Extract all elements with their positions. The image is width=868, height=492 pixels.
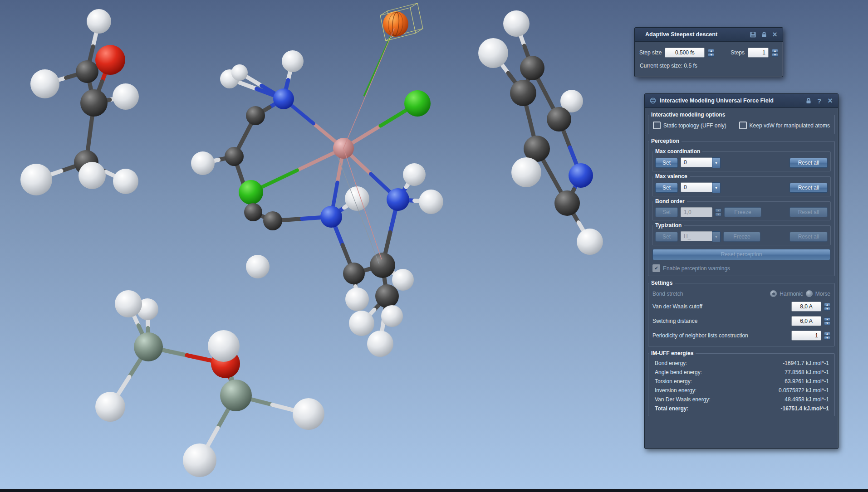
panel-imuff: Interactive Modeling Universal Force Fie… [644,93,839,449]
panel-title: Adaptive Steepest descent [645,31,717,38]
atom-C[interactable] [80,89,108,117]
group-interactive-modeling-options: Interactive modeling options Static topo… [648,115,835,134]
close-icon[interactable]: × [826,97,834,105]
atom-C[interactable] [343,263,365,284]
atom-H[interactable] [246,255,270,278]
save-icon[interactable] [749,31,757,39]
atom-H[interactable] [30,69,59,98]
atom-H[interactable] [478,38,508,68]
atom-Cl[interactable] [239,180,263,205]
atom-H[interactable] [419,190,443,214]
step-size-stepper[interactable]: ▲▼ [708,49,714,57]
lock-icon[interactable] [804,97,812,105]
energy-row: Total energy:-16751.4 kJ.mol^-1 [651,404,832,413]
atom-C[interactable] [244,203,262,221]
atom-H[interactable] [115,290,142,317]
atom-C[interactable] [520,56,544,80]
bond-order-freeze-button: Freeze [724,207,761,217]
atom-H[interactable] [113,169,138,194]
max-valence-combobox[interactable]: 0 ▼ [681,182,721,193]
help-icon[interactable]: ? [815,97,823,105]
atom-C[interactable] [510,80,536,106]
max-coordination-reset-all-button[interactable]: Reset all [790,158,828,168]
atom-C[interactable] [554,190,580,216]
group-settings: Settings Bond stretch Harmonic Morse Van… [648,283,835,346]
atom-C[interactable] [547,107,571,132]
subgroup-bond-order: Bond order Set 1,0 ▲▼ Freeze Reset all [652,201,831,220]
atom-N[interactable] [387,188,409,211]
bond-order-reset-all-button: Reset all [790,207,828,217]
keep-vdw-checkbox[interactable] [739,122,747,129]
atom-H[interactable] [191,151,215,175]
atom-C[interactable] [225,147,244,166]
atom-H[interactable] [282,50,304,72]
vdw-cutoff-input[interactable]: 8,0 A [791,302,821,312]
energy-value: -16941.7 kJ.mol^-1 [783,360,829,366]
atom-C[interactable] [263,211,282,230]
switching-distance-stepper[interactable]: ▲▼ [824,317,830,325]
max-coordination-set-button[interactable]: Set [655,158,678,168]
atom-N[interactable] [273,88,294,109]
chevron-down-icon[interactable]: ▼ [712,157,721,168]
enable-perception-warnings-checkbox [652,264,660,272]
atom-C[interactable] [76,60,98,83]
atom-H[interactable] [392,269,414,291]
max-coordination-combobox[interactable]: 0 ▼ [681,157,721,168]
periodicity-input[interactable]: 1 [791,331,821,341]
atom-H[interactable] [20,164,52,195]
energy-label: Van Der Waals energy: [655,396,711,403]
atom-Si[interactable] [134,332,163,361]
energy-value: 48.4958 kJ.mol^-1 [785,396,829,403]
switching-distance-label: Switching distance [652,318,697,324]
viewport-bottom-bar [0,489,868,492]
atom-H[interactable] [403,163,426,186]
atom-H[interactable] [349,311,374,336]
atom-H[interactable] [503,10,530,37]
panel-imuff-titlebar[interactable]: Interactive Modeling Universal Force Fie… [645,94,838,108]
group-imuff-energies: IM-UFF energies Bond energy:-16941.7 kJ.… [648,353,835,416]
atom-C[interactable] [370,253,395,278]
atom-H[interactable] [577,229,603,255]
atom-N[interactable] [320,206,342,228]
max-valence-reset-all-button[interactable]: Reset all [790,183,828,193]
static-topology-checkbox[interactable] [653,122,661,129]
steps-stepper[interactable]: ▲▼ [772,49,778,57]
atom-H[interactable] [367,331,393,357]
lock-icon[interactable] [760,31,768,39]
energy-label: Inversion energy: [655,387,696,394]
atom-T[interactable] [383,11,408,37]
vdw-cutoff-stepper[interactable]: ▲▼ [824,303,830,311]
switching-distance-input[interactable]: 6,0 A [791,316,821,326]
bond-order-input: 1,0 [681,207,712,217]
atom-N[interactable] [569,163,593,188]
subgroup-label: Typization [653,222,684,229]
group-perception: Perception Max coordination Set 0 ▼ Rese… [648,141,835,276]
chevron-down-icon[interactable]: ▼ [712,182,721,193]
atom-H[interactable] [113,83,139,110]
atom-C[interactable] [375,284,399,308]
periodicity-stepper[interactable]: ▲▼ [824,332,830,340]
atom-H[interactable] [293,398,324,430]
max-valence-set-button[interactable]: Set [655,183,678,193]
atom-H[interactable] [231,64,248,81]
atom-O[interactable] [95,45,125,75]
atom-Cl[interactable] [404,90,431,117]
close-icon[interactable]: × [771,31,779,39]
atom-C[interactable] [246,106,265,125]
energy-label: Total energy: [655,405,688,412]
atom-H[interactable] [183,443,216,477]
atom-H[interactable] [78,162,106,189]
steps-input[interactable]: 1 [748,48,769,58]
atom-H[interactable] [381,305,403,327]
atom-H[interactable] [87,9,111,34]
atom-H[interactable] [208,330,240,362]
atom-H[interactable] [345,287,369,311]
energy-row: Van Der Waals energy:48.4958 kJ.mol^-1 [651,395,832,404]
typization-freeze-button: Freeze [723,232,760,242]
atom-H[interactable] [511,157,541,187]
step-size-input[interactable]: 0,500 fs [665,48,705,58]
panel-steepest-descent-titlebar[interactable]: Adaptive Steepest descent × [635,28,783,42]
atom-Si[interactable] [220,380,252,411]
harmonic-label: Harmonic [780,291,803,297]
atom-H[interactable] [95,392,125,422]
